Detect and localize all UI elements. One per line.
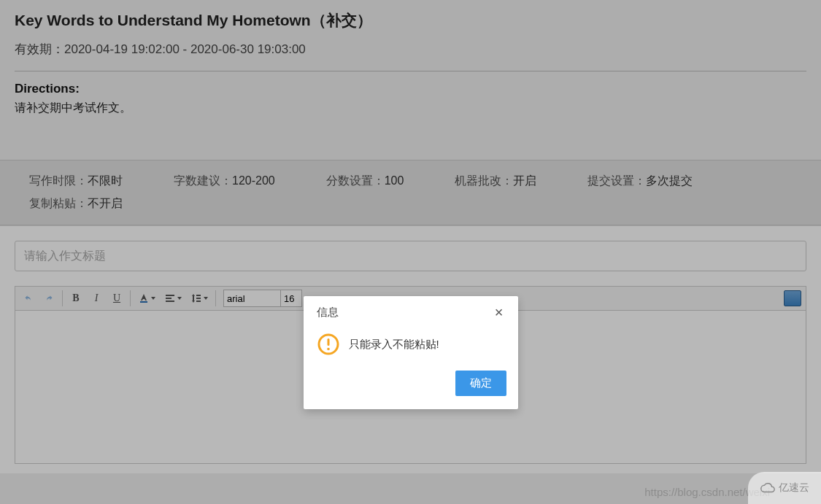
modal-message: 只能录入不能粘贴! xyxy=(349,338,439,352)
info-modal: 信息 × 只能录入不能粘贴! 确定 xyxy=(304,296,518,409)
modal-title: 信息 xyxy=(317,306,339,319)
modal-close-button[interactable]: × xyxy=(490,303,508,321)
close-icon: × xyxy=(495,304,504,320)
modal-ok-button[interactable]: 确定 xyxy=(455,371,506,396)
svg-point-9 xyxy=(327,348,330,351)
modal-footer: 确定 xyxy=(304,366,518,409)
modal-overlay: 信息 × 只能录入不能粘贴! 确定 xyxy=(0,0,821,504)
warning-icon xyxy=(317,333,340,356)
svg-rect-8 xyxy=(327,338,329,346)
modal-header: 信息 × xyxy=(304,296,518,328)
modal-body: 只能录入不能粘贴! xyxy=(304,328,518,366)
